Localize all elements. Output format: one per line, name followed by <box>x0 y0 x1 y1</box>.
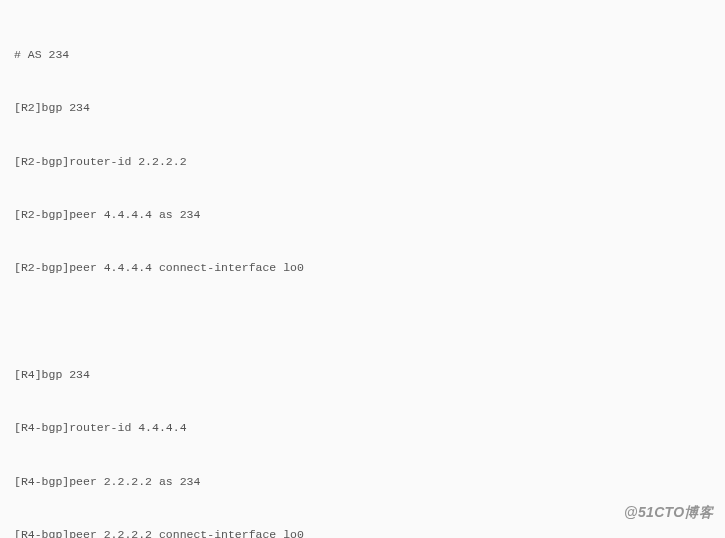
empty-line <box>14 313 711 330</box>
code-line: # AS 234 <box>14 46 711 64</box>
code-line: [R2-bgp]peer 4.4.4.4 as 234 <box>14 206 711 224</box>
code-line: [R4-bgp]peer 2.2.2.2 connect-interface l… <box>14 526 711 538</box>
code-line: [R2]bgp 234 <box>14 99 711 117</box>
code-line: [R2-bgp]peer 4.4.4.4 connect-interface l… <box>14 259 711 277</box>
code-line: [R4-bgp]router-id 4.4.4.4 <box>14 419 711 437</box>
code-line: [R4-bgp]peer 2.2.2.2 as 234 <box>14 473 711 491</box>
code-line: [R2-bgp]router-id 2.2.2.2 <box>14 153 711 171</box>
code-line: [R4]bgp 234 <box>14 366 711 384</box>
config-code: # AS 234 [R2]bgp 234 [R2-bgp]router-id 2… <box>14 10 711 538</box>
watermark: @51CTO博客 <box>624 502 713 524</box>
